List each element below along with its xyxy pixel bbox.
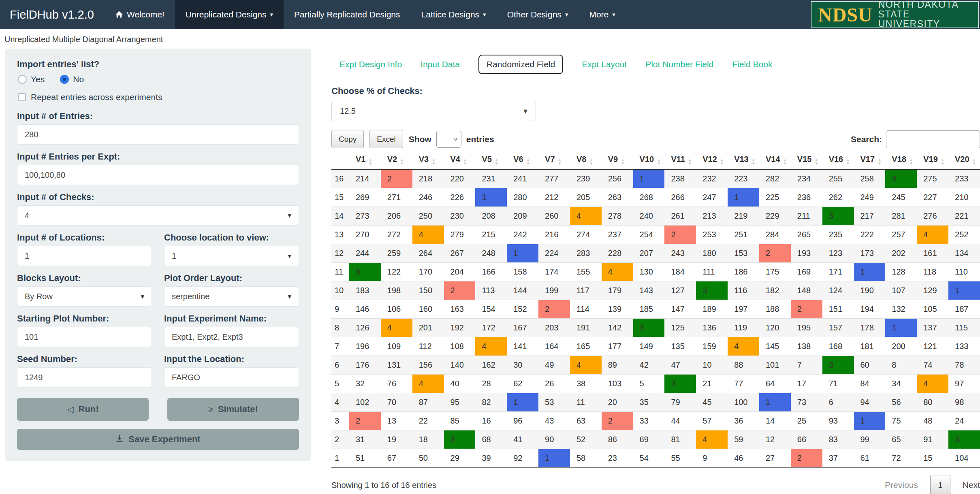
- check-cell: 4: [570, 207, 602, 226]
- column-header-v15[interactable]: V15▲▼: [791, 153, 822, 170]
- copy-button[interactable]: Copy: [331, 130, 364, 148]
- table-row: 4102708795821531120357945100173694568098: [331, 393, 980, 412]
- check-cell: 2: [602, 412, 633, 430]
- entries-per-expt-input[interactable]: [17, 165, 299, 185]
- nav-item-label: Welcome!: [127, 10, 164, 19]
- tab-input-data[interactable]: Input Data: [421, 55, 460, 73]
- entry-cell: 18: [412, 430, 444, 449]
- column-header-v16[interactable]: V16▲▼: [822, 153, 854, 170]
- entry-cell: 197: [728, 300, 759, 319]
- nav-item-lattice-designs[interactable]: Lattice Designs▾: [411, 0, 497, 29]
- radio-yes-circle-icon[interactable]: [18, 75, 27, 84]
- sort-arrows-icon: ▲▼: [589, 158, 593, 165]
- check-cell: 1: [633, 170, 665, 188]
- column-header-v2[interactable]: V2▲▼: [381, 153, 412, 170]
- column-header-v14[interactable]: V14▲▼: [759, 153, 791, 170]
- column-header-v10[interactable]: V10▲▼: [633, 153, 665, 170]
- entries-input[interactable]: [17, 124, 299, 145]
- page-number-button[interactable]: 1: [930, 475, 950, 494]
- blocks-layout-select[interactable]: By Row ▾: [17, 286, 152, 307]
- entry-cell: 126: [349, 319, 381, 337]
- entry-cell: 153: [728, 244, 759, 263]
- column-header-v6[interactable]: V6▲▼: [507, 153, 538, 170]
- sort-arrows-icon: ▲▼: [972, 158, 976, 165]
- entry-cell: 283: [570, 244, 602, 263]
- plot-order-select[interactable]: serpentine ▾: [164, 286, 299, 307]
- radio-no[interactable]: No: [60, 75, 84, 84]
- entry-cell: 86: [602, 430, 633, 449]
- entry-cell: 156: [412, 356, 444, 375]
- entry-cell: 38: [570, 375, 602, 393]
- page-length-select[interactable]: ∨: [436, 131, 461, 148]
- entry-cell: 211: [791, 207, 822, 226]
- entry-cell: 122: [381, 263, 412, 281]
- num-checks-select[interactable]: 4 ▾: [17, 205, 299, 226]
- entry-cell: 99: [854, 430, 886, 449]
- column-header-v3[interactable]: V3▲▼: [412, 153, 444, 170]
- column-header-v9[interactable]: V9▲▼: [602, 153, 633, 170]
- entry-cell: 178: [854, 319, 886, 337]
- entry-cell: 71: [822, 375, 854, 393]
- nav-item-welcome[interactable]: Welcome!: [105, 0, 175, 29]
- next-page-button[interactable]: Next: [963, 480, 980, 490]
- entry-cell: 228: [602, 244, 633, 263]
- expt-name-input[interactable]: [164, 327, 299, 347]
- start-plot-input[interactable]: [17, 327, 152, 347]
- tab-expt-layout[interactable]: Expt Layout: [582, 55, 627, 73]
- entry-cell: 158: [507, 263, 538, 281]
- entry-cell: 168: [822, 337, 854, 356]
- entry-cell: 152: [507, 300, 538, 319]
- column-header-v4[interactable]: V4▲▼: [444, 153, 476, 170]
- check-cell: 1: [728, 188, 759, 207]
- page-title: Unreplicated Multiple Diagonal Arrangeme…: [4, 35, 163, 44]
- column-header-v7[interactable]: V7▲▼: [538, 153, 570, 170]
- checks-percent-select[interactable]: 12.5 ▾: [331, 101, 536, 121]
- entry-cell: 127: [664, 281, 696, 300]
- column-header-v18[interactable]: V18▲▼: [885, 153, 917, 170]
- seed-input[interactable]: [17, 367, 152, 388]
- tab-plot-number-field[interactable]: Plot Number Field: [645, 55, 713, 73]
- sort-arrows-icon: ▲▼: [720, 158, 724, 165]
- simulate-button[interactable]: ≥ Simulate!: [167, 398, 299, 421]
- previous-page-button[interactable]: Previous: [885, 480, 918, 490]
- view-location-select[interactable]: 1 ▾: [164, 246, 299, 266]
- nav-item-unreplicated-designs[interactable]: Unreplicated Designs▾: [175, 0, 284, 29]
- column-header-v11[interactable]: V11▲▼: [664, 153, 696, 170]
- repeat-entries-checkbox[interactable]: [18, 93, 26, 101]
- column-header-v12[interactable]: V12▲▼: [696, 153, 728, 170]
- table-row: 53276440286226381035321776417718434497: [331, 375, 980, 393]
- nav-item-more[interactable]: More▾: [579, 0, 626, 29]
- excel-button[interactable]: Excel: [369, 130, 403, 148]
- row-label-column-header[interactable]: [331, 153, 349, 170]
- column-header-v20[interactable]: V20▲▼: [948, 153, 980, 170]
- num-locations-input[interactable]: [17, 246, 152, 266]
- tab-expt-design-info[interactable]: Expt Design Info: [339, 55, 402, 73]
- location-input[interactable]: [164, 367, 299, 388]
- run-button[interactable]: ◁ Run!: [17, 398, 149, 421]
- caret-down-icon: ▾: [483, 11, 486, 18]
- radio-yes[interactable]: Yes: [18, 75, 45, 84]
- entry-cell: 179: [602, 281, 633, 300]
- entry-cell: 6: [822, 393, 854, 412]
- nav-item-label: Other Designs: [507, 10, 562, 19]
- entry-cell: 52: [570, 430, 602, 449]
- entry-cell: 129: [917, 281, 948, 300]
- tab-randomized-field[interactable]: Randomized Field: [478, 55, 563, 74]
- sort-arrows-icon: ▲▼: [368, 158, 372, 165]
- save-experiment-button[interactable]: Save Experiment: [17, 429, 299, 450]
- radio-no-circle-icon[interactable]: [60, 75, 69, 84]
- column-header-v19[interactable]: V19▲▼: [917, 153, 948, 170]
- nav-item-partially-replicated-designs[interactable]: Partially Replicated Designs: [284, 0, 410, 29]
- search-input[interactable]: [886, 130, 980, 148]
- column-header-v1[interactable]: V1▲▼: [349, 153, 381, 170]
- entry-cell: 130: [633, 263, 665, 281]
- tab-field-book[interactable]: Field Book: [732, 55, 772, 73]
- column-header-v5[interactable]: V5▲▼: [475, 153, 507, 170]
- column-header-v13[interactable]: V13▲▼: [728, 153, 759, 170]
- entry-cell: 105: [917, 300, 948, 319]
- column-header-v17[interactable]: V17▲▼: [854, 153, 886, 170]
- entry-cell: 11: [570, 393, 602, 412]
- column-header-v8[interactable]: V8▲▼: [570, 153, 602, 170]
- entry-cell: 259: [381, 244, 412, 263]
- nav-item-other-designs[interactable]: Other Designs▾: [497, 0, 579, 29]
